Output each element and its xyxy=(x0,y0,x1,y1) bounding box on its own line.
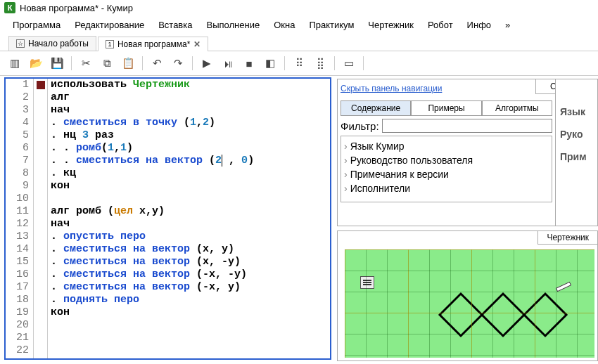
app-icon: К xyxy=(4,2,15,13)
run-button[interactable]: ▶ xyxy=(198,54,216,72)
tab-Начало работы[interactable]: ☆Начало работы xyxy=(8,36,96,51)
menu-bar: ПрограммаРедактированиеВставкаВыполнение… xyxy=(0,15,598,34)
document-tabs: ☆Начало работы1Новая программа*✕ xyxy=(0,36,598,51)
stop-button[interactable]: ■ xyxy=(240,54,258,72)
tree-item[interactable]: ›Примечания к версии xyxy=(344,167,549,181)
save-file-button[interactable]: 💾 xyxy=(48,54,66,72)
menu-Окна[interactable]: Окна xyxy=(267,17,302,33)
filter-input[interactable] xyxy=(382,119,552,133)
open-file-button[interactable]: 📂 xyxy=(27,54,45,72)
undo-button[interactable]: ↶ xyxy=(148,54,166,72)
toolbar-separator xyxy=(363,56,364,70)
tree-item[interactable]: ›Исполнители xyxy=(344,181,549,195)
menu-Практикум[interactable]: Практикум xyxy=(302,17,361,33)
toolbar: ▥📂💾✂⧉📋↶↷▶⏯■◧⠿⣿▭ xyxy=(0,51,598,76)
side-help-item: Руко xyxy=(556,123,597,145)
drawer-canvas[interactable] xyxy=(345,249,594,358)
help-tab-Алгоритмы[interactable]: Алгоритмы xyxy=(482,100,552,116)
side-help-item: Прим xyxy=(556,145,597,168)
tree-item[interactable]: ›Язык Кумир xyxy=(344,139,549,153)
ruler-button[interactable]: ▭ xyxy=(340,54,358,72)
help-tab-Примеры[interactable]: Примеры xyxy=(411,100,481,116)
grid-large-button[interactable]: ⣿ xyxy=(311,54,329,72)
marker-column xyxy=(34,79,48,358)
help-panel: Скрыть панель навигации Справка Содержан… xyxy=(337,79,598,226)
canvas-menu-button[interactable] xyxy=(360,276,374,289)
toolbar-separator xyxy=(71,56,72,70)
line-gutter: 12345678910111213141516171819202122 xyxy=(6,79,34,358)
pause-button[interactable]: ◧ xyxy=(261,54,279,72)
tab-icon: 1 xyxy=(106,40,114,48)
tab-icon: ☆ xyxy=(16,39,25,48)
menu-Программа[interactable]: Программа xyxy=(6,17,68,33)
drawer-panel: Чертежник xyxy=(337,230,598,361)
chevron-right-icon: › xyxy=(344,155,348,166)
toolbar-separator xyxy=(142,56,143,70)
cut-button[interactable]: ✂ xyxy=(77,54,95,72)
tab-close-icon[interactable]: ✕ xyxy=(193,39,201,49)
title-bar: К Новая программа* - Кумир xyxy=(0,0,598,15)
toolbar-separator xyxy=(192,56,193,70)
step-button[interactable]: ⏯ xyxy=(219,54,237,72)
code-area[interactable]: использовать Чертежникалгнач. сместиться… xyxy=(48,79,330,358)
chevron-right-icon: › xyxy=(344,141,348,152)
breakpoint-marker[interactable] xyxy=(37,81,45,89)
hide-nav-link[interactable]: Скрыть панель навигации xyxy=(338,79,445,98)
menu-Вставка[interactable]: Вставка xyxy=(151,17,199,33)
tab-label: Новая программа* xyxy=(117,39,191,49)
paste-button[interactable]: 📋 xyxy=(119,54,137,72)
drawer-panel-title: Чертежник xyxy=(537,231,597,245)
grid-small-button[interactable]: ⠿ xyxy=(290,54,308,72)
side-help-item: Язык xyxy=(556,100,597,123)
copy-button[interactable]: ⧉ xyxy=(98,54,116,72)
chevron-right-icon: › xyxy=(344,169,348,180)
tab-Новая программа*[interactable]: 1Новая программа*✕ xyxy=(98,37,209,51)
new-file-button[interactable]: ▥ xyxy=(6,54,24,72)
help-tab-Содержание[interactable]: Содержание xyxy=(341,100,411,116)
menu-Выполнение[interactable]: Выполнение xyxy=(199,17,267,33)
help-side-preview: ЯзыкРукоПрим xyxy=(555,79,597,226)
menu-Инфо[interactable]: Инфо xyxy=(460,17,498,33)
window-title: Новая программа* - Кумир xyxy=(20,3,133,13)
chevron-right-icon: › xyxy=(344,183,348,194)
filter-label: Фильтр: xyxy=(341,120,379,132)
redo-button[interactable]: ↷ xyxy=(169,54,187,72)
menu-»[interactable]: » xyxy=(498,17,517,33)
menu-Чертежник[interactable]: Чертежник xyxy=(361,17,421,33)
menu-Робот[interactable]: Робот xyxy=(421,17,460,33)
menu-Редактирование[interactable]: Редактирование xyxy=(68,17,151,33)
tab-label: Начало работы xyxy=(28,39,89,48)
help-tree: ›Язык Кумир›Руководство пользователя›При… xyxy=(341,136,552,202)
code-editor[interactable]: 12345678910111213141516171819202122 испо… xyxy=(4,77,331,360)
tree-item[interactable]: ›Руководство пользователя xyxy=(344,153,549,167)
toolbar-separator xyxy=(334,56,335,70)
toolbar-separator xyxy=(284,56,285,70)
drawn-shapes xyxy=(436,290,570,339)
